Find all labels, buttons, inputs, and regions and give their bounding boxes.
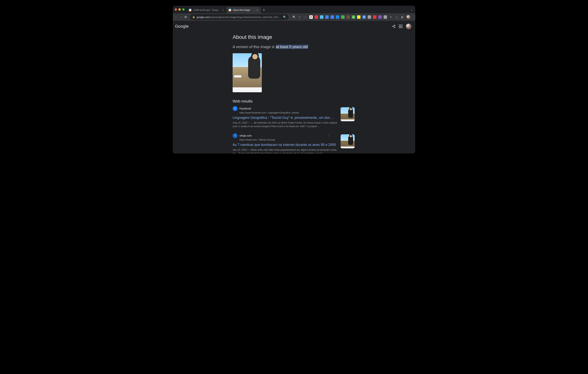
result-site: Facebook: [240, 107, 251, 110]
main-column: About this image A version of this image…: [173, 30, 362, 153]
reload-button[interactable]: ⟳: [185, 15, 187, 19]
result-menu-icon[interactable]: ⋮: [327, 134, 330, 137]
highlighted-age: at least 5 years old: [276, 45, 308, 49]
tab-list-chevron-icon[interactable]: ⌄: [410, 8, 413, 11]
result-thumbnail[interactable]: [341, 134, 355, 148]
result-favicon-icon: f: [233, 106, 238, 111]
fullscreen-window-button[interactable]: [182, 8, 185, 11]
tab-close-button[interactable]: ×: [256, 8, 259, 12]
result-thumbnail[interactable]: [341, 107, 355, 121]
extension-icon[interactable]: R: [362, 15, 366, 19]
plane-shape-icon: [234, 75, 241, 77]
svg-point-2: [394, 27, 395, 28]
lock-icon: 🔒: [192, 16, 195, 18]
extension-icon[interactable]: [315, 15, 318, 19]
extension-icon[interactable]: R: [309, 15, 313, 19]
extension-icon[interactable]: [346, 15, 350, 19]
tab-favicon-icon: [229, 9, 231, 11]
extension-icon[interactable]: [378, 15, 382, 19]
profile-avatar[interactable]: [406, 15, 410, 19]
lens-icon[interactable]: 🔍: [292, 15, 296, 19]
window-controls: [175, 8, 185, 11]
image-age-statement: A version of this image is at least 5 ye…: [233, 45, 362, 49]
result-breadcrumb: https://www.facebook.com › LinguagemGeog…: [240, 111, 339, 114]
toolbar: ← → ⟳ 🔒 google.com/search/about-this-ima…: [173, 13, 415, 21]
tab-favicon-icon: [189, 9, 192, 11]
extension-icon[interactable]: [373, 15, 376, 19]
search-result: f Facebook https://www.facebook.com › Li…: [233, 106, 362, 128]
forward-button[interactable]: →: [179, 15, 183, 19]
google-bar: Google: [173, 21, 415, 30]
bookmark-star-icon[interactable]: ☆: [304, 15, 307, 19]
page-content: Google: [173, 21, 415, 153]
extension-icon[interactable]: [368, 15, 371, 19]
extension-icon[interactable]: [384, 15, 387, 19]
chrome-menu-icon[interactable]: ⋮: [413, 15, 415, 19]
downloads-icon[interactable]: ⭳: [395, 15, 398, 19]
extension-icon[interactable]: m: [352, 15, 355, 19]
account-avatar[interactable]: [406, 23, 411, 29]
result-snippet: Jan 13, 2023 — Muito antes das fake news…: [233, 148, 339, 153]
omnibox-url: google.com/search/about-this-image?img=H…: [197, 16, 281, 19]
web-results-heading: Web results: [233, 99, 362, 103]
tab-title: About this image: [233, 9, 254, 11]
extension-icon[interactable]: [336, 15, 339, 19]
tab-1[interactable]: About this image ×: [227, 7, 261, 13]
extension-icon[interactable]: [320, 15, 323, 19]
google-actions: [392, 23, 411, 29]
search-result: ! ohoje.com https://ohoje.com › Últimas …: [233, 133, 362, 153]
search-in-page-icon[interactable]: 🔍: [283, 15, 286, 19]
extensions: R m R: [309, 15, 387, 19]
extension-icon[interactable]: [331, 15, 334, 19]
tab-title: 11/09 tourist guy - Google Sea: [193, 9, 220, 11]
minimize-window-button[interactable]: [178, 8, 181, 11]
close-window-button[interactable]: [175, 8, 177, 11]
sidepanel-icon[interactable]: ◧: [401, 15, 404, 19]
extension-icon[interactable]: [325, 15, 329, 19]
subject-image[interactable]: [233, 53, 262, 92]
result-title-link[interactable]: Linguagem Geográfica - "Tourist Guy" é, …: [233, 116, 339, 120]
extension-icon[interactable]: [357, 15, 360, 19]
tab-0[interactable]: 11/09 tourist guy - Google Sea ×: [187, 7, 227, 13]
google-logo[interactable]: Google: [175, 24, 189, 29]
result-favicon-icon: !: [233, 133, 238, 138]
railing-shape: [233, 87, 262, 92]
browser-window: 11/09 tourist guy - Google Sea × About t…: [173, 6, 415, 153]
back-button[interactable]: ←: [175, 15, 178, 19]
result-site: ohoje.com: [240, 134, 252, 137]
extension-icon[interactable]: [341, 15, 345, 19]
result-breadcrumb: https://ohoje.com › Últimas Notícias: [240, 139, 339, 141]
result-snippet: Aug 15, 2020 — ... de setembro de 2001 a…: [233, 121, 339, 128]
toolbar-icons: 🔍 ⇪ ☆ R m R: [292, 15, 415, 19]
tab-close-button[interactable]: ×: [222, 8, 225, 12]
svg-point-0: [394, 25, 395, 26]
new-tab-button[interactable]: +: [261, 8, 267, 12]
omnibox[interactable]: 🔒 google.com/search/about-this-image?img…: [190, 14, 289, 20]
share-page-icon[interactable]: ⇪: [298, 15, 301, 19]
page-title: About this image: [233, 34, 362, 40]
tab-strip: 11/09 tourist guy - Google Sea × About t…: [173, 6, 415, 13]
google-apps-icon[interactable]: [399, 25, 402, 28]
extensions-puzzle-icon[interactable]: ✦: [389, 15, 393, 19]
result-title-link[interactable]: As 7 mentiras que bombaram na internet d…: [233, 143, 339, 147]
share-icon[interactable]: [392, 25, 396, 28]
svg-point-1: [392, 26, 393, 27]
